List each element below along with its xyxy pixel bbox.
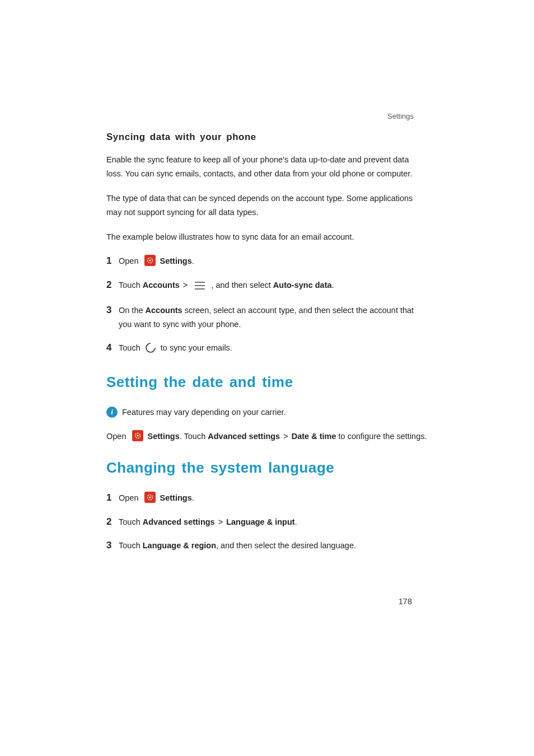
language-input-label: Language & input	[226, 517, 294, 526]
text-after: . Touch	[180, 432, 208, 441]
datetime-heading: Setting the date and time	[106, 374, 428, 391]
settings-label: Settings	[148, 432, 180, 441]
info-note-text: Features may vary depending on your carr…	[122, 405, 286, 419]
language-region-label: Language & region	[143, 541, 216, 550]
syncing-heading: Syncing data with your phone	[106, 132, 428, 143]
accounts-label: Accounts	[146, 306, 182, 315]
text-mid: , and then select	[211, 281, 273, 290]
text-touch: Touch	[119, 281, 143, 290]
step-number: 2	[106, 515, 119, 529]
content-body: Syncing data with your phone Enable the …	[106, 132, 428, 553]
text-end: , and then select the desired language.	[216, 541, 356, 550]
settings-app-icon	[144, 492, 156, 503]
breadcrumb-separator: >	[283, 432, 288, 441]
page-number: 178	[399, 597, 412, 606]
language-heading: Changing the system language	[106, 459, 428, 477]
step-number: 1	[106, 491, 119, 505]
info-icon: i	[106, 407, 118, 418]
info-note: i Features may vary depending on your ca…	[106, 405, 428, 419]
text-touch: Touch	[119, 541, 143, 550]
syncing-step-4: 4 Touch to sync your emails.	[106, 341, 428, 358]
text-open: Open	[106, 432, 129, 441]
step-number: 1	[106, 254, 119, 268]
text-a: Touch	[119, 343, 143, 352]
svg-point-1	[149, 259, 151, 261]
step-number: 4	[106, 341, 119, 354]
document-page: Settings Syncing data with your phone En…	[0, 0, 534, 756]
settings-app-icon	[144, 255, 156, 266]
step-text: Touch Advanced settings > Language & inp…	[119, 515, 428, 529]
text-a: On the	[119, 306, 146, 315]
language-steps: 1 Open Settings. 2 Touch Advanced settin…	[106, 491, 428, 553]
step-number: 3	[106, 539, 119, 552]
sync-icon	[145, 342, 156, 358]
text-end: .	[295, 517, 297, 526]
text-end: .	[192, 256, 194, 265]
step-text: Touch Accounts > , and then select Auto-…	[119, 278, 428, 294]
text-b: to sync your emails.	[161, 343, 232, 352]
step-text: Touch Language & region, and then select…	[119, 539, 428, 553]
language-step-1: 1 Open Settings.	[106, 491, 428, 505]
advanced-settings-label: Advanced settings	[143, 517, 215, 526]
settings-app-icon	[132, 430, 143, 441]
advanced-settings-label: Advanced settings	[208, 432, 280, 441]
breadcrumb-separator: >	[183, 281, 188, 290]
section-header-label: Settings	[387, 112, 414, 120]
step-number: 2	[106, 278, 119, 292]
breadcrumb-separator: >	[218, 517, 223, 526]
svg-point-6	[137, 435, 138, 436]
text-open: Open	[119, 493, 141, 502]
syncing-steps: 1 Open Settings. 2 Touch Accounts >	[106, 254, 428, 358]
text-touch: Touch	[119, 517, 143, 526]
date-time-label: Date & time	[292, 432, 336, 441]
accounts-label: Accounts	[143, 281, 180, 290]
text-end: to configure the settings.	[336, 432, 427, 441]
step-number: 3	[106, 304, 119, 317]
settings-label: Settings	[160, 493, 192, 502]
settings-label: Settings	[160, 256, 192, 265]
syncing-paragraph-2: The type of data that can be synced depe…	[106, 192, 428, 220]
syncing-step-1: 1 Open Settings.	[106, 254, 428, 268]
text-end: .	[192, 493, 194, 502]
syncing-paragraph-3: The example below illustrates how to syn…	[106, 230, 428, 244]
syncing-paragraph-1: Enable the sync feature to keep all of y…	[106, 153, 428, 181]
autosync-label: Auto-sync data	[273, 281, 332, 290]
step-text: Open Settings.	[119, 254, 428, 268]
syncing-step-3: 3 On the Accounts screen, select an acco…	[106, 304, 428, 331]
step-text: Open Settings.	[119, 491, 428, 505]
text-end: .	[332, 281, 334, 290]
text-open: Open	[119, 256, 141, 265]
syncing-step-2: 2 Touch Accounts > , and then select Aut…	[106, 278, 428, 294]
datetime-line: Open Settings. Touch Advanced settings >…	[106, 430, 428, 444]
menu-icon	[194, 280, 205, 294]
step-text: Touch to sync your emails.	[119, 341, 428, 358]
svg-point-8	[149, 496, 151, 498]
step-text: On the Accounts screen, select an accoun…	[119, 304, 428, 331]
language-step-2: 2 Touch Advanced settings > Language & i…	[106, 515, 428, 529]
language-step-3: 3 Touch Language & region, and then sele…	[106, 539, 428, 553]
